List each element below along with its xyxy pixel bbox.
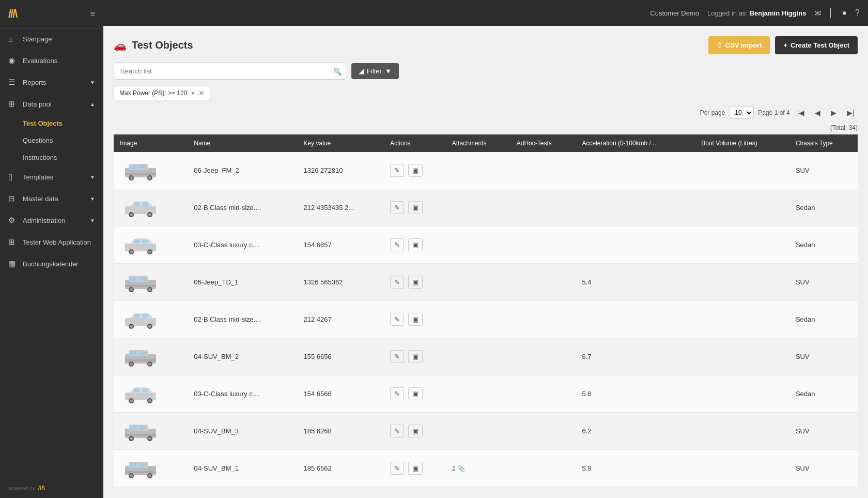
- attach-count: 2: [452, 465, 456, 472]
- logout-icon[interactable]: ⎢: [829, 8, 833, 18]
- next-page-button[interactable]: ▶: [828, 108, 840, 118]
- help-icon[interactable]: ?: [855, 8, 860, 18]
- edit-button[interactable]: ✎: [390, 164, 404, 177]
- sidebar-item-templates[interactable]: ▯ Templates ▼: [0, 166, 103, 188]
- edit-button[interactable]: ✎: [390, 238, 404, 251]
- edit-button[interactable]: ✎: [390, 313, 404, 326]
- edit-button[interactable]: ✎: [390, 201, 404, 214]
- col-attachments: Attachments: [446, 134, 510, 152]
- cell-bootvolume: [695, 227, 789, 264]
- cell-image: [114, 152, 188, 189]
- table-row: 04-SUV_BM_1 185 6562 ✎ ▣ 2 📎 5.9 SUV: [114, 450, 858, 487]
- cell-keyvalue: 212 4267: [297, 301, 384, 338]
- sidebar-item-evaluations[interactable]: ◉ Evaluations: [0, 50, 103, 71]
- table-row: 02-B Class mid-size.... 212 4267 ✎ ▣ Sed…: [114, 301, 858, 338]
- cell-acceleration: [576, 227, 695, 264]
- svg-rect-66: [130, 463, 137, 467]
- sidebar-item-testerwebapp[interactable]: ⊞ Tester Web Application: [0, 231, 103, 253]
- svg-rect-11: [142, 202, 148, 206]
- edit-button[interactable]: ✎: [390, 350, 404, 363]
- filter-tags: Max Power (PS): >= 120 ▼ ✕: [114, 86, 858, 100]
- cell-attachments: [446, 227, 510, 264]
- col-chassis: Chassis Type: [789, 134, 858, 152]
- sidebar-item-reports[interactable]: ☰ Reports ▼: [0, 71, 103, 93]
- brand-logo: ///\: [8, 7, 17, 21]
- search-button[interactable]: 🔍: [333, 67, 342, 75]
- powered-by: powered by ///\: [0, 478, 103, 498]
- sidebar-item-testobjects[interactable]: Test Objects: [23, 115, 103, 132]
- copy-button[interactable]: ▣: [408, 164, 423, 177]
- edit-button[interactable]: ✎: [390, 276, 404, 289]
- upload-icon: ⇧: [717, 41, 722, 49]
- cell-bootvolume: [695, 189, 789, 227]
- sidebar-item-label: Master data: [23, 195, 85, 203]
- content-area: 🚗 Test Objects ⇧ CSV import + Create Tes…: [103, 26, 868, 498]
- svg-point-52: [130, 399, 133, 402]
- first-page-button[interactable]: |◀: [794, 108, 808, 118]
- cell-chassis: SUV: [789, 338, 858, 375]
- page-header: 🚗 Test Objects ⇧ CSV import + Create Tes…: [114, 36, 858, 54]
- cell-name: 02-B Class mid-size....: [188, 189, 297, 227]
- page-actions: ⇧ CSV import + Create Test Object: [708, 36, 858, 54]
- cell-acceleration: 5.8: [576, 375, 695, 413]
- copy-button[interactable]: ▣: [408, 313, 423, 326]
- cell-chassis: Sedan: [789, 301, 858, 338]
- chevron-down-icon: ▼: [90, 174, 95, 180]
- svg-point-54: [148, 399, 151, 402]
- edit-button[interactable]: ✎: [390, 387, 404, 400]
- cell-bootvolume: [695, 375, 789, 413]
- sidebar-item-startpage[interactable]: ⌂ Startpage: [0, 28, 103, 50]
- create-test-object-button[interactable]: + Create Test Object: [775, 36, 858, 54]
- copy-button[interactable]: ▣: [408, 276, 423, 289]
- cell-image: [114, 375, 188, 413]
- copy-button[interactable]: ▣: [408, 201, 423, 214]
- remove-filter-tag-button[interactable]: ✕: [198, 89, 205, 97]
- col-acceleration: Acceleration (0-100kmh /...: [576, 134, 695, 152]
- svg-rect-63: [125, 434, 156, 436]
- copy-button[interactable]: ▣: [408, 238, 423, 251]
- plus-icon: +: [783, 41, 787, 49]
- filter-tag-maxpower[interactable]: Max Power (PS): >= 120 ▼ ✕: [114, 86, 210, 100]
- edit-button[interactable]: ✎: [390, 462, 404, 475]
- copy-button[interactable]: ▣: [408, 462, 423, 475]
- sidebar-collapse-icon[interactable]: ≡: [90, 9, 95, 19]
- sidebar-item-buchungskalender[interactable]: ▦ Buchungskalender: [0, 253, 103, 275]
- svg-rect-25: [130, 277, 137, 281]
- sidebar-datapool-sub: Test Objects Questions Instructions: [0, 115, 103, 166]
- cell-attachments: [446, 152, 510, 189]
- svg-point-15: [148, 213, 151, 216]
- csv-import-button[interactable]: ⇧ CSV import: [708, 36, 770, 54]
- cell-adhoc: [510, 338, 576, 375]
- per-page-select[interactable]: 10 25 50: [729, 107, 754, 119]
- mail-icon[interactable]: ✉: [814, 8, 821, 18]
- cell-name: 03-C-Class luxury c....: [188, 375, 297, 413]
- cell-name: 04-SUV_BM_1: [188, 450, 297, 487]
- filter-button[interactable]: ◢ Filter ▼: [351, 63, 399, 79]
- prev-page-button[interactable]: ◀: [812, 108, 824, 118]
- cell-acceleration: [576, 301, 695, 338]
- copy-button[interactable]: ▣: [408, 387, 423, 400]
- cell-chassis: SUV: [789, 264, 858, 301]
- globe-icon[interactable]: ●: [842, 8, 847, 18]
- copy-button[interactable]: ▣: [408, 350, 423, 363]
- col-actions: Actions: [384, 134, 446, 152]
- cell-image: [114, 189, 188, 227]
- svg-rect-26: [139, 277, 146, 281]
- sidebar-item-datapool[interactable]: ⊞ Data pool ▲: [0, 93, 103, 115]
- sidebar-item-instructions[interactable]: Instructions: [23, 149, 103, 166]
- sidebar-item-label: Buchungskalender: [23, 260, 95, 268]
- sidebar-item-label: Administration: [23, 217, 85, 224]
- copy-button[interactable]: ▣: [408, 425, 423, 437]
- paperclip-icon: 📎: [457, 465, 465, 472]
- svg-rect-31: [125, 285, 156, 287]
- cell-attachments: [446, 338, 510, 375]
- sidebar-item-questions[interactable]: Questions: [23, 132, 103, 149]
- svg-rect-42: [139, 351, 146, 355]
- sidebar-item-label: Startpage: [23, 35, 95, 43]
- search-input[interactable]: [114, 63, 346, 80]
- last-page-button[interactable]: ▶|: [844, 108, 858, 118]
- sidebar-item-masterdata[interactable]: ⊟ Master data ▼: [0, 188, 103, 209]
- svg-point-5: [130, 176, 133, 179]
- edit-button[interactable]: ✎: [390, 425, 404, 437]
- sidebar-item-administration[interactable]: ⚙ Administration ▼: [0, 209, 103, 231]
